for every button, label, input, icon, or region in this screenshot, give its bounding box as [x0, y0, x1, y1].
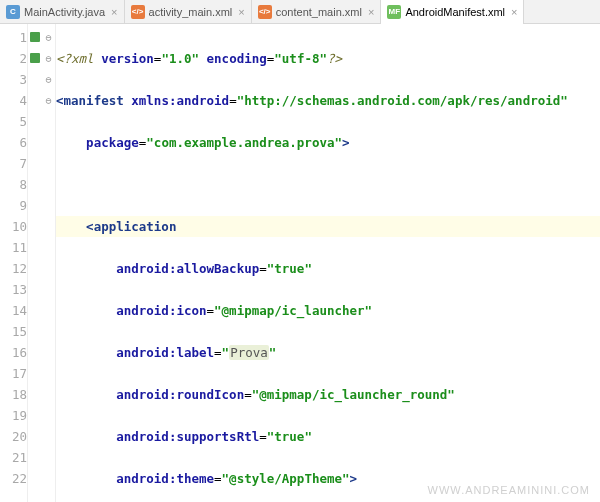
fold-gutter: ⊖⊖⊖⊖ [42, 24, 56, 502]
tab-android-manifest[interactable]: MF AndroidManifest.xml × [381, 0, 524, 24]
xml-file-icon: </> [131, 5, 145, 19]
tab-mainactivity[interactable]: C MainActivity.java × [0, 0, 125, 24]
fold-toggle-icon[interactable]: ⊖ [42, 90, 55, 111]
tab-label: AndroidManifest.xml [405, 6, 505, 18]
xml-file-icon: </> [258, 5, 272, 19]
line-number-gutter: 12345678910111213141516171819202122 [0, 24, 28, 502]
tab-content-main[interactable]: </> content_main.xml × [252, 0, 382, 24]
manifest-file-icon: MF [387, 5, 401, 19]
tab-label: MainActivity.java [24, 6, 105, 18]
java-file-icon: C [6, 5, 20, 19]
tab-label: content_main.xml [276, 6, 362, 18]
bookmark-icon[interactable] [30, 53, 40, 63]
code-content[interactable]: <?xml version="1.0" encoding="utf-8"?> <… [56, 24, 600, 502]
watermark-text: WWW.ANDREAMININI.COM [428, 484, 590, 496]
fold-toggle-icon[interactable]: ⊖ [42, 48, 55, 69]
tab-activity-main[interactable]: </> activity_main.xml × [125, 0, 252, 24]
close-icon[interactable]: × [238, 6, 244, 18]
tab-bar: C MainActivity.java × </> activity_main.… [0, 0, 600, 24]
fold-toggle-icon[interactable]: ⊖ [42, 27, 55, 48]
bookmark-icon[interactable] [30, 32, 40, 42]
fold-toggle-icon[interactable]: ⊖ [42, 69, 55, 90]
close-icon[interactable]: × [368, 6, 374, 18]
marker-gutter [28, 24, 42, 502]
close-icon[interactable]: × [111, 6, 117, 18]
close-icon[interactable]: × [511, 6, 517, 18]
editor[interactable]: 12345678910111213141516171819202122 ⊖⊖⊖⊖… [0, 24, 600, 502]
tab-label: activity_main.xml [149, 6, 233, 18]
